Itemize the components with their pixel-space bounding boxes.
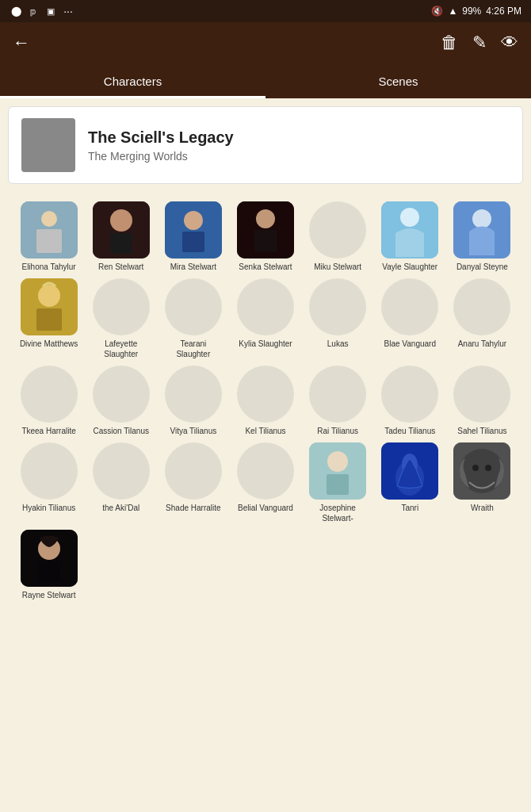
svg-rect-11 <box>254 230 277 252</box>
character-name: Shade Harralite <box>166 503 220 513</box>
book-header: The Sciell's Legacy The Merging Worlds <box>8 106 523 184</box>
character-avatar <box>21 201 78 259</box>
character-item[interactable]: Ren Stelwart <box>86 201 155 272</box>
character-name: Rayne Stelwart <box>22 590 76 600</box>
svg-point-15 <box>472 209 491 228</box>
pencil-icon[interactable]: ✎ <box>472 33 487 53</box>
status-left-icons: ⬤ 𝕡 ▣ ··· <box>10 5 74 17</box>
character-name: Senka Stelwart <box>239 262 292 272</box>
character-name: Blae Vanguard <box>384 339 436 349</box>
character-item[interactable]: Tanri <box>376 442 445 523</box>
character-item[interactable]: Tkeea Harralite <box>14 366 83 436</box>
character-item[interactable]: Vitya Tilianus <box>159 366 227 436</box>
status-right-info: 🔇 ▲ 99% 4:26 PM <box>431 6 521 17</box>
character-name: Mira Stelwart <box>170 262 216 272</box>
character-avatar <box>21 530 78 587</box>
character-item[interactable]: Shade Harralite <box>159 442 227 523</box>
svg-point-13 <box>400 208 419 227</box>
svg-point-7 <box>184 211 203 230</box>
character-item[interactable]: Mira Stelwart <box>159 201 227 272</box>
svg-point-27 <box>460 449 504 493</box>
svg-rect-5 <box>110 233 132 254</box>
character-avatar <box>165 278 222 335</box>
character-item[interactable]: Sahel Tilianus <box>448 366 517 436</box>
character-avatar <box>453 278 510 335</box>
character-avatar <box>381 366 438 423</box>
character-item[interactable]: Miku Stelwart <box>304 201 372 272</box>
character-name: Tanri <box>401 503 418 513</box>
tab-bar: Characters Scenes <box>0 63 531 98</box>
character-item[interactable]: Anaru Tahylur <box>448 278 517 359</box>
character-avatar <box>21 442 78 500</box>
wifi-icon: ▲ <box>448 6 457 17</box>
character-item[interactable]: Vayle Slaughter <box>376 201 445 272</box>
character-item[interactable]: Blae Vanguard <box>376 278 445 359</box>
character-item[interactable]: Elihona Tahylur <box>14 201 83 272</box>
character-avatar <box>453 366 510 423</box>
svg-point-17 <box>38 285 60 307</box>
character-item[interactable]: Tadeu Tilianus <box>376 366 445 436</box>
character-item[interactable]: Danyal Steyne <box>448 201 517 272</box>
svg-point-4 <box>110 209 132 232</box>
character-name: Kylia Slaughter <box>239 339 292 349</box>
time-display: 4:26 PM <box>486 6 521 17</box>
character-name: Lafeyette Slaughter <box>91 339 151 359</box>
character-item[interactable]: Rai Tilianus <box>304 366 372 436</box>
character-avatar <box>381 201 438 259</box>
svg-point-10 <box>256 209 275 228</box>
mute-icon: 🔇 <box>431 6 443 17</box>
character-name: Divine Matthews <box>20 339 78 349</box>
character-item[interactable]: the Aki'Dal <box>86 442 155 523</box>
character-avatar <box>93 278 150 335</box>
svg-rect-18 <box>36 308 62 331</box>
tab-characters[interactable]: Characters <box>0 63 266 98</box>
character-avatar <box>93 201 150 259</box>
character-name: the Aki'Dal <box>102 503 139 513</box>
action-bar: ← 🗑 ✎ 👁 <box>0 22 531 63</box>
svg-rect-8 <box>182 232 204 252</box>
character-avatar <box>237 442 294 500</box>
character-avatar <box>237 201 294 259</box>
character-name: Vitya Tilianus <box>170 426 216 436</box>
tab-scenes[interactable]: Scenes <box>266 63 531 98</box>
character-item[interactable]: Lukas <box>304 278 372 359</box>
character-name: Wraith <box>471 503 494 513</box>
character-name: Elihona Tahylur <box>21 262 75 272</box>
character-item[interactable]: Divine Matthews <box>14 278 83 359</box>
svg-point-28 <box>472 465 479 471</box>
character-avatar <box>165 366 222 423</box>
character-item[interactable]: Senka Stelwart <box>231 201 300 272</box>
character-avatar <box>93 442 150 500</box>
svg-rect-32 <box>38 561 60 582</box>
character-item[interactable]: Kylia Slaughter <box>231 278 300 359</box>
character-item[interactable]: Tearani Slaughter <box>159 278 227 359</box>
character-avatar <box>21 278 78 335</box>
character-avatar <box>381 442 438 500</box>
character-name: Anaru Tahylur <box>458 339 507 349</box>
character-item[interactable]: Cassion Tilanus <box>86 366 155 436</box>
svg-rect-21 <box>327 474 349 495</box>
book-cover-image <box>21 118 75 172</box>
character-name: Josephine Stelwart- <box>308 503 368 523</box>
character-name: Tkeea Harralite <box>21 426 75 436</box>
svg-rect-2 <box>36 229 62 253</box>
book-info: The Sciell's Legacy The Merging Worlds <box>88 128 234 163</box>
character-item[interactable]: Hyakin Tilianus <box>14 442 83 523</box>
character-name: Danyal Steyne <box>457 262 508 272</box>
characters-container: Elihona TahylurRen StelwartMira Stelwart… <box>0 192 531 812</box>
character-item[interactable]: Wraith <box>448 442 517 523</box>
character-name: Tearani Slaughter <box>163 339 223 359</box>
character-name: Belial Vanguard <box>238 503 293 513</box>
character-item[interactable]: Rayne Stelwart <box>14 530 83 600</box>
character-name: Kel Tilianus <box>245 426 285 436</box>
trash-icon[interactable]: 🗑 <box>441 33 458 53</box>
book-subtitle: The Merging Worlds <box>88 150 234 163</box>
character-item[interactable]: Belial Vanguard <box>231 442 300 523</box>
eye-icon[interactable]: 👁 <box>501 33 518 53</box>
character-item[interactable]: Josephine Stelwart- <box>304 442 372 523</box>
character-avatar <box>309 442 366 500</box>
book-title: The Sciell's Legacy <box>88 128 234 147</box>
character-item[interactable]: Kel Tilianus <box>231 366 300 436</box>
back-button[interactable]: ← <box>13 33 30 53</box>
character-item[interactable]: Lafeyette Slaughter <box>86 278 155 359</box>
